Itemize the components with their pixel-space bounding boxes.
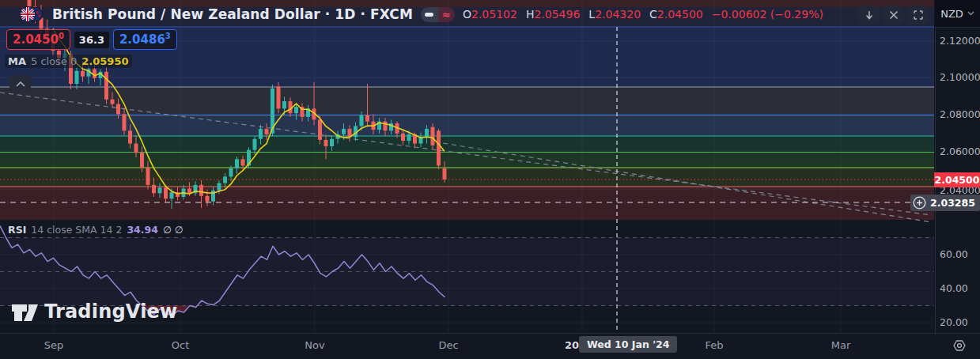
spread-value-badge: 36.3 xyxy=(74,32,109,48)
chevron-down-icon xyxy=(967,11,974,16)
rsi-indicator-legend[interactable]: RSI 14 close SMA 14 2 34.94 ∅ ∅ xyxy=(5,223,187,236)
tradingview-chart-window: British Pound / New Zealand Dollar · 1D … xyxy=(0,0,980,359)
price-tick: 2.12000 xyxy=(940,35,980,47)
tradingview-logo: TradingView xyxy=(10,300,177,323)
high-value: 2.05496 xyxy=(534,8,580,21)
symbol-flag-icon xyxy=(19,6,44,22)
time-axis[interactable]: SepOctNovDec2024FebMar Wed 10 Jan '24 xyxy=(0,333,980,359)
ohlc-readout: O2.05102 H2.05496 L2.04320 C2.04500 −0.0… xyxy=(463,8,823,21)
time-label: Oct xyxy=(172,339,189,351)
chevron-up-icon xyxy=(16,81,25,87)
chart-legend-header: British Pound / New Zealand Dollar · 1D … xyxy=(19,6,823,22)
time-label: Mar xyxy=(831,339,851,351)
tradingview-logo-icon xyxy=(10,301,39,323)
time-label: Feb xyxy=(705,339,723,351)
currency-selector[interactable]: NZD xyxy=(935,0,980,28)
wave-icon: ≈ xyxy=(438,7,455,22)
price-tick: 2.06000 xyxy=(940,145,980,157)
rsi-tick: 20.00 xyxy=(940,316,968,328)
crosshair-price-badge: 2.03285 xyxy=(910,195,980,211)
move-pane-down-button[interactable] xyxy=(858,6,880,25)
time-label: Dec xyxy=(438,339,458,351)
hidden-eye-icon xyxy=(421,7,438,22)
low-value: 2.04320 xyxy=(595,8,641,21)
last-price-badge: 2.04500 xyxy=(934,172,980,187)
fullscreen-button[interactable] xyxy=(907,6,929,25)
crosshair-date-badge: Wed 10 Jan '24 xyxy=(579,336,677,353)
tradingview-logo-text: TradingView xyxy=(44,300,177,323)
symbol-title[interactable]: British Pound / New Zealand Dollar · 1D … xyxy=(52,6,413,22)
change-value: −0.00602 (−0.29%) xyxy=(712,8,823,21)
rsi-tick: 60.00 xyxy=(940,248,968,260)
time-label: Nov xyxy=(305,339,324,351)
currency-label: NZD xyxy=(940,8,963,20)
open-value: 2.05102 xyxy=(471,8,517,21)
collapse-legend-button[interactable] xyxy=(9,75,31,93)
rsi-tick: 40.00 xyxy=(940,282,968,294)
ma-indicator-legend[interactable]: MA 5 close 0 2.05950 xyxy=(5,55,132,68)
price-tick: 2.10000 xyxy=(940,71,980,83)
price-alert-label-red[interactable]: 2.04500 xyxy=(6,29,70,50)
close-value: 2.04500 xyxy=(657,8,703,21)
price-alert-label-blue[interactable]: 2.04863 xyxy=(113,29,177,50)
time-label: Sep xyxy=(44,339,64,351)
price-tick: 2.08000 xyxy=(940,108,980,120)
add-alert-plus-icon[interactable] xyxy=(913,196,926,210)
maximize-pane-button[interactable] xyxy=(883,6,904,25)
indicator-hidden-pill[interactable]: ≈ xyxy=(421,7,455,22)
axis-settings-gear-icon[interactable] xyxy=(952,338,967,357)
